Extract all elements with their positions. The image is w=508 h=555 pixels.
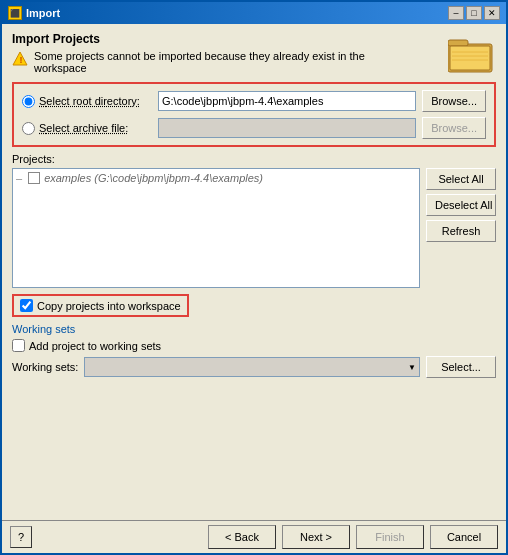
root-dir-input[interactable]: [158, 91, 416, 111]
help-button[interactable]: ?: [10, 526, 32, 548]
browse-root-button[interactable]: Browse...: [422, 90, 486, 112]
projects-section: Projects: – examples (G:\code\jbpm\jbpm-…: [12, 153, 496, 288]
working-sets-section: Working sets Add project to working sets…: [12, 323, 496, 378]
minimize-button[interactable]: –: [448, 6, 464, 20]
copy-checkbox[interactable]: [20, 299, 33, 312]
copy-checkbox-label[interactable]: Copy projects into workspace: [37, 300, 181, 312]
working-sets-link[interactable]: Working sets: [12, 323, 75, 335]
svg-rect-4: [450, 46, 490, 70]
project-checkbox[interactable]: [28, 172, 40, 184]
cancel-button[interactable]: Cancel: [430, 525, 498, 549]
title-buttons: – □ ✕: [448, 6, 500, 20]
projects-label: Projects:: [12, 153, 496, 165]
root-dir-row: Select root directory: Browse...: [22, 90, 486, 112]
list-item: – examples (G:\code\jbpm\jbpm-4.4\exampl…: [16, 172, 416, 184]
working-sets-combo[interactable]: ▼: [84, 357, 420, 377]
folder-icon: [448, 34, 496, 76]
projects-buttons: Select All Deselect All Refresh: [426, 168, 496, 288]
back-button[interactable]: < Back: [208, 525, 276, 549]
refresh-button[interactable]: Refresh: [426, 220, 496, 242]
archive-file-row: Select archive file: Browse...: [22, 117, 486, 139]
select-root-label[interactable]: Select root directory:: [22, 95, 152, 108]
svg-rect-3: [448, 40, 468, 46]
bottom-bar: ? < Back Next > Finish Cancel: [2, 521, 506, 553]
browse-archive-button[interactable]: Browse...: [422, 117, 486, 139]
next-button[interactable]: Next >: [282, 525, 350, 549]
deselect-all-button[interactable]: Deselect All: [426, 194, 496, 216]
projects-list: – examples (G:\code\jbpm\jbpm-4.4\exampl…: [12, 168, 420, 288]
finish-button[interactable]: Finish: [356, 525, 424, 549]
combo-arrow-icon: ▼: [408, 363, 416, 372]
import-window: ⬛ Import – □ ✕ Import Projects ! Some pr…: [0, 0, 508, 555]
select-ws-button[interactable]: Select...: [426, 356, 496, 378]
project-name: examples (G:\code\jbpm\jbpm-4.4\examples…: [44, 172, 263, 184]
header-area: Import Projects ! Some projects cannot b…: [12, 32, 496, 76]
select-root-radio[interactable]: [22, 95, 35, 108]
svg-text:!: !: [20, 55, 23, 65]
add-project-ws-checkbox[interactable]: [12, 339, 25, 352]
close-button[interactable]: ✕: [484, 6, 500, 20]
add-project-ws-label[interactable]: Add project to working sets: [29, 340, 161, 352]
main-content: Import Projects ! Some projects cannot b…: [2, 24, 506, 520]
working-sets-label: Working sets:: [12, 361, 78, 373]
warning-text: Some projects cannot be imported because…: [34, 50, 365, 74]
title-bar: ⬛ Import – □ ✕: [2, 2, 506, 24]
select-archive-radio[interactable]: [22, 122, 35, 135]
page-title: Import Projects: [12, 32, 438, 46]
maximize-button[interactable]: □: [466, 6, 482, 20]
archive-file-input[interactable]: [158, 118, 416, 138]
copy-checkbox-row: Copy projects into workspace: [12, 294, 189, 317]
window-icon: ⬛: [8, 6, 22, 20]
warning-icon: !: [12, 51, 28, 67]
select-all-button[interactable]: Select All: [426, 168, 496, 190]
source-section: Select root directory: Browse... Select …: [12, 82, 496, 147]
window-title: Import: [26, 7, 60, 19]
select-archive-label[interactable]: Select archive file:: [22, 122, 152, 135]
